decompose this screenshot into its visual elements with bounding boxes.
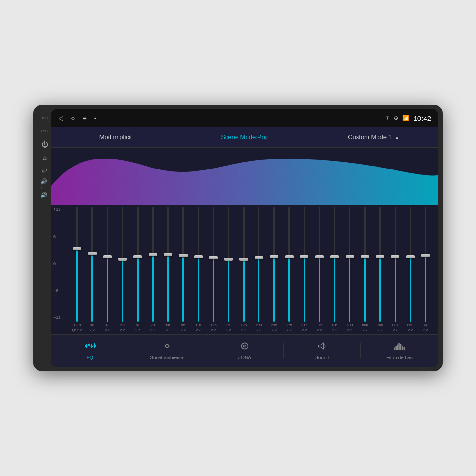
fader-175[interactable]: 1752.2 <box>236 207 251 332</box>
home-nav-icon[interactable]: ○ <box>71 114 75 122</box>
fader-thumb-50[interactable] <box>118 258 127 261</box>
fader-thumb-200[interactable] <box>255 256 263 259</box>
fader-30[interactable]: 302.2 <box>85 207 100 332</box>
recent-nav-icon[interactable]: ▪ <box>94 114 97 122</box>
fader-track-60[interactable] <box>137 207 139 322</box>
power-button[interactable]: ⏻ <box>40 140 49 149</box>
fader-20[interactable]: FC: 20Q: 2.2 <box>69 207 85 332</box>
fader-thumb-600[interactable] <box>361 255 369 258</box>
fader-track-20[interactable] <box>76 207 78 322</box>
tab-sound[interactable]: Sound <box>284 335 361 367</box>
fader-track-315[interactable] <box>304 207 305 322</box>
fader-freq-label-275: 275 <box>286 323 292 327</box>
fader-275[interactable]: 2752.2 <box>282 207 297 332</box>
fader-thumb-800[interactable] <box>391 255 399 258</box>
fader-40[interactable]: 402.2 <box>100 207 115 332</box>
fader-track-375[interactable] <box>319 207 320 322</box>
back-button[interactable]: ↩ <box>40 167 49 175</box>
fader-800[interactable]: 8002.2 <box>387 207 403 332</box>
fader-thumb-860[interactable] <box>406 255 415 258</box>
fader-435[interactable]: 4352.2 <box>327 207 342 332</box>
fader-50[interactable]: 502.2 <box>115 207 130 332</box>
fader-thumb-700[interactable] <box>376 255 384 258</box>
fader-thumb-60[interactable] <box>133 255 142 258</box>
fader-thumb-150[interactable] <box>224 258 233 261</box>
fader-track-800[interactable] <box>395 207 396 322</box>
fader-track-30[interactable] <box>91 207 93 322</box>
fader-315[interactable]: 3152.2 <box>297 207 312 332</box>
fader-150[interactable]: 1502.2 <box>221 207 236 332</box>
fader-track-435[interactable] <box>334 207 335 322</box>
fader-920[interactable]: 9202.2 <box>418 207 433 332</box>
fader-500[interactable]: 5002.2 <box>342 207 357 332</box>
fader-thumb-275[interactable] <box>285 255 294 258</box>
fader-thumb-40[interactable] <box>103 255 112 258</box>
fader-thumb-95[interactable] <box>179 254 188 257</box>
back-nav-icon[interactable]: ◁ <box>58 114 63 122</box>
fader-track-80[interactable] <box>167 207 169 322</box>
fader-thumb-30[interactable] <box>88 252 97 255</box>
menu-nav-icon[interactable]: ≡ <box>82 114 86 122</box>
fader-375[interactable]: 3752.2 <box>312 207 327 332</box>
fader-thumb-315[interactable] <box>300 255 308 258</box>
fader-200[interactable]: 2002.2 <box>251 207 267 332</box>
fader-70[interactable]: 702.2 <box>145 207 160 332</box>
fader-track-175[interactable] <box>243 207 245 322</box>
fader-track-110[interactable] <box>198 207 199 322</box>
fader-thumb-920[interactable] <box>421 254 430 257</box>
fader-thumb-125[interactable] <box>209 256 218 259</box>
fader-track-95[interactable] <box>182 207 184 322</box>
volume-up-button[interactable]: 🔊+ <box>40 180 49 188</box>
fader-track-275[interactable] <box>288 207 290 322</box>
fader-q-label-200: 2.2 <box>257 328 261 332</box>
fader-thumb-435[interactable] <box>330 255 339 258</box>
fader-thumb-110[interactable] <box>194 255 203 258</box>
fader-track-500[interactable] <box>349 207 350 322</box>
device: MIC RST ⏻ ⌂ ↩ 🔊+ 🔊− ◁ ○ ≡ ▪ ✳ ⊙ 📶 10:42 <box>33 105 443 371</box>
fader-125[interactable]: 1252.2 <box>206 207 221 332</box>
fader-95[interactable]: 952.2 <box>176 207 191 332</box>
wave-svg <box>51 148 438 205</box>
tab-bass[interactable]: Filtru de bas <box>361 335 438 367</box>
mode-scene[interactable]: Scene Mode:Pop <box>180 127 309 147</box>
fader-track-235[interactable] <box>273 207 275 322</box>
status-bar: ◁ ○ ≡ ▪ ✳ ⊙ 📶 10:42 <box>51 109 438 127</box>
fader-thumb-70[interactable] <box>149 253 157 256</box>
fader-thumb-175[interactable] <box>239 258 248 261</box>
fader-thumb-80[interactable] <box>164 253 172 256</box>
fader-110[interactable]: 1102.2 <box>191 207 206 332</box>
rst-button[interactable]: RST <box>40 127 49 135</box>
fader-80[interactable]: 802.2 <box>160 207 176 332</box>
mode-implicit[interactable]: Mod implicit <box>51 127 180 147</box>
fader-track-200[interactable] <box>258 207 259 322</box>
volume-down-button[interactable]: 🔊− <box>40 193 49 202</box>
mic-button[interactable]: MIC <box>40 113 49 122</box>
fader-thumb-235[interactable] <box>270 255 278 258</box>
tab-sound-label: Sound <box>315 355 329 360</box>
fader-track-600[interactable] <box>364 207 366 322</box>
fader-track-700[interactable] <box>379 207 381 322</box>
fader-track-860[interactable] <box>410 207 411 322</box>
fader-thumb-20[interactable] <box>73 247 81 250</box>
fader-860[interactable]: 8602.2 <box>403 207 418 332</box>
fader-track-40[interactable] <box>107 207 108 322</box>
tab-zona[interactable]: ZONA <box>206 335 283 367</box>
fader-600[interactable]: 6002.2 <box>357 207 373 332</box>
fader-freq-label-375: 375 <box>317 323 323 327</box>
fader-freq-label-435: 435 <box>332 323 338 327</box>
tab-ambient[interactable]: Sunet ambiental <box>129 335 206 367</box>
fader-q-label-80: 2.2 <box>166 328 170 332</box>
fader-track-150[interactable] <box>228 207 229 322</box>
fader-60[interactable]: 602.2 <box>130 207 145 332</box>
fader-700[interactable]: 7002.2 <box>373 207 388 332</box>
fader-track-50[interactable] <box>122 207 123 322</box>
fader-thumb-375[interactable] <box>315 255 324 258</box>
fader-235[interactable]: 2352.2 <box>267 207 282 332</box>
home-button[interactable]: ⌂ <box>40 153 49 162</box>
fader-track-70[interactable] <box>152 207 154 322</box>
mode-custom[interactable]: Custom Mode 1 ▲ <box>309 127 438 147</box>
fader-thumb-500[interactable] <box>346 255 354 258</box>
fader-track-920[interactable] <box>425 207 426 322</box>
fader-track-125[interactable] <box>213 207 214 322</box>
tab-eq[interactable]: EQ <box>51 335 129 367</box>
